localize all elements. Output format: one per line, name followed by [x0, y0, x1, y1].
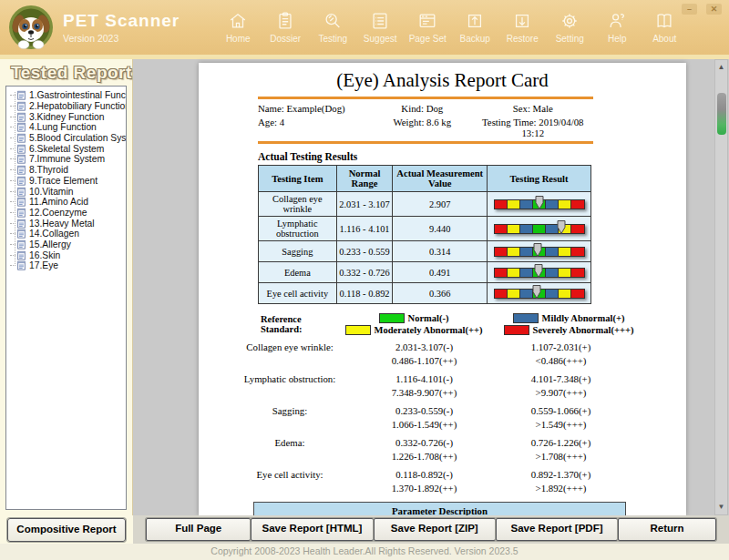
- normal-swatch: [379, 313, 405, 323]
- nav-help[interactable]: Help: [593, 11, 641, 44]
- result-pointer-icon: [534, 264, 543, 278]
- save-report-html-button[interactable]: Save Report [HTML]: [251, 518, 373, 541]
- report-doc-icon: [16, 219, 26, 229]
- sidebar: Tested Report 1.Gastrointestinal Functio…: [0, 59, 133, 544]
- scroll-up-button[interactable]: ▲: [715, 61, 727, 74]
- report-doc-icon: [16, 165, 26, 175]
- result-pointer-icon: [533, 243, 542, 257]
- nav-setting[interactable]: Setting: [546, 11, 593, 44]
- info-kind: Kind: Dog: [372, 101, 472, 115]
- report-doc-icon: [16, 250, 26, 260]
- compositive-report-button[interactable]: Compositive Report: [7, 518, 126, 542]
- parameter-description: Parameter Description Collagen eye wrink…: [253, 502, 626, 515]
- tree-connector: [10, 127, 15, 127]
- nav-suggest[interactable]: Suggest: [356, 11, 404, 44]
- app-title: PET Scanner: [63, 12, 180, 29]
- reference-standard: Reference Standard: Normal(-) Mildly Abn…: [261, 313, 686, 335]
- help-icon: [607, 11, 627, 31]
- tree-connector: [10, 255, 15, 256]
- sidebar-item-eye[interactable]: 17.Eye: [10, 260, 126, 271]
- title-bar: PET Scanner Version 2023 Home Dossier Te…: [0, 0, 729, 55]
- sidebar-item-collagen[interactable]: 14.Collagen: [10, 229, 126, 239]
- app-version: Version 2023: [63, 34, 180, 44]
- table-header-row: Testing Item Normal Range Actual Measure…: [259, 166, 591, 192]
- report-doc-icon: [16, 239, 26, 249]
- sidebar-item-hepatobiliary[interactable]: 2.Hepatobiliary Function: [10, 101, 126, 112]
- info-weight: Weight: 8.6 kg: [372, 115, 472, 139]
- sidebar-title: Tested Report: [11, 63, 132, 83]
- sidebar-item-skin[interactable]: 16.Skin: [10, 249, 126, 260]
- divider-line: [258, 141, 593, 144]
- result-bar: [494, 199, 585, 209]
- nav-restore[interactable]: Restore: [498, 11, 546, 44]
- result-bar: [494, 289, 585, 299]
- result-bar: [494, 224, 585, 234]
- table-row: Edema 0.332 - 0.726 0.491: [259, 262, 591, 283]
- report-doc-icon: [16, 144, 26, 154]
- vertical-scrollbar[interactable]: ▲ ▼: [714, 59, 728, 515]
- sidebar-item-lung[interactable]: 4.Lung Function: [10, 122, 126, 133]
- col-testing-item: Testing Item: [259, 166, 337, 192]
- tree-connector: [10, 201, 15, 202]
- close-button[interactable]: ✕: [706, 4, 722, 15]
- nav-page-set[interactable]: Page Set: [404, 11, 451, 44]
- scroll-down-button[interactable]: ▼: [715, 501, 727, 514]
- sidebar-item-trace-element[interactable]: 9.Trace Element: [10, 176, 126, 187]
- patient-info: Name: Example(Dog) Kind: Dog Sex: Male A…: [258, 101, 593, 139]
- tree-connector: [10, 244, 15, 245]
- nav-dossier[interactable]: Dossier: [262, 11, 309, 44]
- mildly-abnormal-swatch: [513, 313, 539, 323]
- page-set-icon: [417, 11, 437, 31]
- reference-ranges: Collagen eye wrinkle: 2.031-3.107(-)0.48…: [221, 341, 686, 494]
- tree-connector: [10, 191, 15, 192]
- report-tree: 1.Gastrointestinal Function 2.Hepatobili…: [6, 87, 126, 271]
- home-icon: [228, 11, 248, 31]
- sidebar-item-blood-circulation[interactable]: 5.Blood Circulation System: [10, 133, 126, 144]
- report-doc-icon: [16, 122, 26, 132]
- sidebar-item-vitamin[interactable]: 10.Vitamin: [10, 186, 126, 197]
- tree-connector: [10, 148, 15, 149]
- tree-connector: [10, 117, 15, 117]
- report-doc-icon: [16, 187, 26, 197]
- report-doc-icon: [16, 176, 26, 186]
- nav-about[interactable]: About: [641, 11, 688, 44]
- severely-abnormal-swatch: [504, 325, 529, 335]
- report-doc-icon: [16, 133, 26, 143]
- report-title: (Eye) Analysis Report Card: [199, 69, 686, 92]
- tree-connector: [10, 212, 15, 213]
- sidebar-item-immune[interactable]: 7.Immune System: [10, 154, 126, 165]
- reference-row: Lymphatic obstruction: 1.116-4.101(-)7.3…: [221, 372, 686, 399]
- tree-connector: [10, 95, 15, 96]
- moderately-abnormal-swatch: [345, 325, 371, 335]
- report-doc-icon: [16, 112, 26, 122]
- sidebar-item-skeletal[interactable]: 6.Skeletal System: [10, 143, 126, 154]
- info-age: Age: 4: [258, 115, 372, 139]
- return-button[interactable]: Return: [618, 518, 716, 541]
- table-row: Eye cell activity 0.118 - 0.892 0.366: [259, 283, 591, 304]
- report-doc-icon: [16, 229, 26, 239]
- sidebar-item-thyroid[interactable]: 8.Thyroid: [10, 165, 126, 176]
- nav-backup[interactable]: Backup: [451, 11, 498, 44]
- result-bar: [494, 247, 585, 257]
- tree-connector: [10, 137, 15, 138]
- tree-connector: [10, 106, 15, 107]
- save-report-pdf-button[interactable]: Save Report [PDF]: [496, 518, 618, 541]
- sidebar-item-allergy[interactable]: 15.Allergy: [10, 239, 126, 250]
- sidebar-item-heavy-metal[interactable]: 13.Heavy Metal: [10, 218, 126, 229]
- report-doc-icon: [16, 154, 26, 164]
- nav-home[interactable]: Home: [214, 11, 262, 44]
- full-page-button[interactable]: Full Page: [146, 518, 251, 541]
- sidebar-item-gastrointestinal[interactable]: 1.Gastrointestinal Function: [10, 90, 126, 101]
- sidebar-item-kidney[interactable]: 3.Kidney Function: [10, 111, 126, 122]
- scroll-thumb[interactable]: [717, 93, 726, 135]
- nav-testing[interactable]: Testing: [309, 11, 356, 44]
- minimize-button[interactable]: –: [682, 4, 697, 15]
- save-report-zip-button[interactable]: Save Report [ZIP]: [374, 518, 496, 541]
- sidebar-item-amino-acid[interactable]: 11.Amino Acid: [10, 197, 126, 208]
- backup-icon: [465, 11, 485, 31]
- report-doc-icon: [16, 208, 26, 218]
- report-doc-icon: [16, 90, 26, 100]
- sidebar-item-coenzyme[interactable]: 12.Coenzyme: [10, 208, 126, 219]
- testing-icon: [323, 11, 343, 31]
- tree-connector: [10, 158, 15, 159]
